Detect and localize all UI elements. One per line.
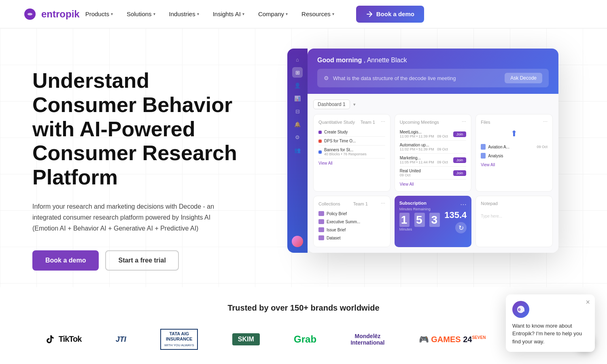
logo-text: entropik [41, 8, 80, 20]
sidebar-home-icon: ⌂ [292, 54, 303, 65]
sidebar-chart-icon: 📊 [292, 93, 303, 104]
minutes-label: Minutes [399, 227, 440, 231]
join-meeting-button-4[interactable]: Join [453, 170, 467, 176]
svg-text:e: e [518, 307, 521, 312]
games24-logo-text: 🎮 GAMES 24SEVEN [419, 334, 486, 344]
nav-item-company[interactable]: Company ▾ [253, 7, 293, 21]
tab-chevron-icon: ▾ [353, 102, 356, 107]
dashboard-greeting: Good morning , Annette Black [317, 57, 549, 64]
logo[interactable]: entropik [24, 8, 80, 20]
quantitative-study-card: Quantitative Study Team 1 ⋯ Create Study [313, 114, 391, 192]
subscription-card: Subscription Minutes Remaining 1 5 3 Min… [395, 196, 472, 247]
sidebar-bell-icon: 🔔 [292, 119, 303, 129]
grab-logo-text: Grab [294, 334, 316, 345]
free-trial-button[interactable]: Start a free trial [105, 250, 178, 271]
nav-links: Products ▾ Solutions ▾ Industries ▾ Insi… [80, 7, 340, 21]
chevron-down-icon: ▾ [286, 12, 288, 16]
chevron-down-icon: ▾ [332, 12, 334, 16]
collection-row-3: Issue Brief [318, 226, 385, 234]
sidebar-avatar [292, 236, 303, 247]
study-dot-icon [318, 131, 322, 134]
meeting-row-1: MeetLogis... 11:00 PM • 11:39 PM 09 Oct … [400, 128, 467, 141]
meeting-row-3: Marketing... 11:05 PM • 11:44 PM 09 Oct … [400, 154, 467, 167]
dashboard-tab-bar: Dashboard 1 ▾ [313, 99, 553, 109]
join-meeting-button-1[interactable]: Join [453, 131, 467, 137]
nav-item-solutions[interactable]: Solutions ▾ [121, 7, 161, 21]
meetings-more-icon[interactable]: ⋯ [462, 119, 466, 125]
file-row-2: Analysis [481, 151, 548, 160]
dashboard-header: Good morning , Annette Black ⚙ What is t… [308, 49, 558, 94]
file-icon-2 [481, 153, 486, 159]
collections-card-title: Collections Team 1 ⋯ [318, 201, 385, 206]
meetings-view-all-link[interactable]: View All [400, 182, 467, 186]
tata-logo-text: TATA AIGINSURANCEWITH YOU ALWAYS [160, 329, 198, 350]
brand-logos-row: TikTok JTI TATA AIGINSURANCEWITH YOU ALW… [32, 327, 575, 351]
file-row-1: Aviation A... 09 Oct [481, 142, 548, 151]
dashboard-search-bar[interactable]: ⚙ What is the data structure of the deco… [317, 69, 549, 87]
notepad-placeholder[interactable]: Type here... [481, 214, 548, 218]
meeting-row-4: Real United 09 Oct Join [400, 167, 467, 180]
chevron-down-icon: ▾ [197, 12, 199, 16]
file-icon-1 [481, 144, 486, 150]
quant-team-label: Team 1 [361, 120, 375, 125]
collections-card: Collections Team 1 ⋯ Policy Brief [313, 196, 391, 247]
navbar: entropik Products ▾ Solutions ▾ Industri… [0, 0, 607, 28]
brand-games24: 🎮 GAMES 24SEVEN [419, 327, 486, 351]
subscription-refresh-icon: ↻ [455, 222, 467, 233]
nav-item-resources[interactable]: Resources ▾ [296, 7, 340, 21]
nav-book-demo-button[interactable]: Book a demo [356, 6, 424, 23]
hero-buttons: Book a demo Start a free trial [32, 250, 259, 271]
dashboard-content: Dashboard 1 ▾ Quantitative Study Team 1 … [308, 94, 558, 253]
collections-more-icon[interactable]: ⋯ [381, 201, 385, 206]
create-study-row: Create Study [318, 128, 385, 137]
brand-grab: Grab [294, 327, 316, 351]
dashboard-tab[interactable]: Dashboard 1 [313, 99, 350, 109]
brand-skim: SKIM [232, 327, 260, 351]
quant-card-title: Quantitative Study Team 1 ⋯ [318, 119, 385, 125]
files-card-title: Files ⋯ [481, 119, 548, 125]
nav-item-products[interactable]: Products ▾ [80, 7, 119, 21]
subscription-counter: 1 5 3 [399, 214, 440, 226]
book-demo-button[interactable]: Book a demo [32, 250, 99, 271]
meetings-card-title: Upcoming Meetings ⋯ [400, 119, 467, 125]
join-meeting-button-3[interactable]: Join [453, 157, 467, 163]
jti-logo-text: JTI [116, 335, 126, 344]
dps-dot-icon [318, 140, 322, 143]
hero-description: Inform your research and marketing decis… [32, 201, 227, 234]
skim-logo-text: SKIM [232, 333, 260, 345]
chat-close-button[interactable]: × [586, 298, 590, 306]
nav-item-insights-ai[interactable]: Insights AI ▾ [207, 7, 250, 21]
sidebar-gear-icon: ⚙ [292, 132, 303, 142]
hero-section: Understand Consumer Behavior with AI-Pow… [0, 28, 607, 287]
sidebar-user-icon: 👤 [292, 80, 303, 91]
files-more-icon[interactable]: ⋯ [543, 119, 548, 125]
dps-study-row: DPS for Time O... [318, 137, 385, 146]
quant-view-all-link[interactable]: View All [318, 161, 385, 165]
collection-row-1: Policy Brief [318, 210, 385, 218]
nav-item-industries[interactable]: Industries ▾ [163, 7, 205, 21]
search-query-text: What is the data structure of the decode… [333, 75, 501, 81]
subscription-more-icon[interactable]: ⋯ [460, 201, 467, 208]
dashboard-cards-grid: Quantitative Study Team 1 ⋯ Create Study [313, 114, 553, 247]
chat-widget: × e Want to know more about Entropik? I'… [506, 294, 595, 352]
subscription-title: Subscription [399, 201, 440, 205]
brand-tata-aig: TATA AIGINSURANCEWITH YOU ALWAYS [160, 327, 198, 351]
collections-team-label: Team 1 [353, 201, 368, 206]
upload-icon: ⬆ [481, 129, 548, 138]
sidebar-users-icon: 👥 [292, 145, 303, 155]
notepad-card: Notepad Type here... [475, 196, 553, 247]
collection-row-4: Dataset [318, 234, 385, 242]
chat-avatar: e [512, 301, 529, 318]
banners-dot-icon [318, 150, 322, 154]
folder-icon-3 [318, 227, 324, 232]
banners-row: Banners for St... 40 Blocks • 76 Respons… [318, 146, 385, 159]
ask-decode-button[interactable]: Ask Decode [505, 73, 542, 83]
dashboard-body: Dashboard 1 ▾ Quantitative Study Team 1 … [308, 94, 558, 253]
more-options-icon[interactable]: ⋯ [381, 119, 385, 125]
chevron-down-icon: ▾ [111, 12, 113, 16]
files-view-all-link[interactable]: View All [481, 163, 548, 167]
collection-row-2: Executive Summ... [318, 218, 385, 226]
chevron-down-icon: ▾ [153, 12, 155, 16]
sidebar-layers-icon: ⊟ [292, 106, 303, 116]
subscription-remaining: Minutes Remaining [399, 207, 440, 211]
